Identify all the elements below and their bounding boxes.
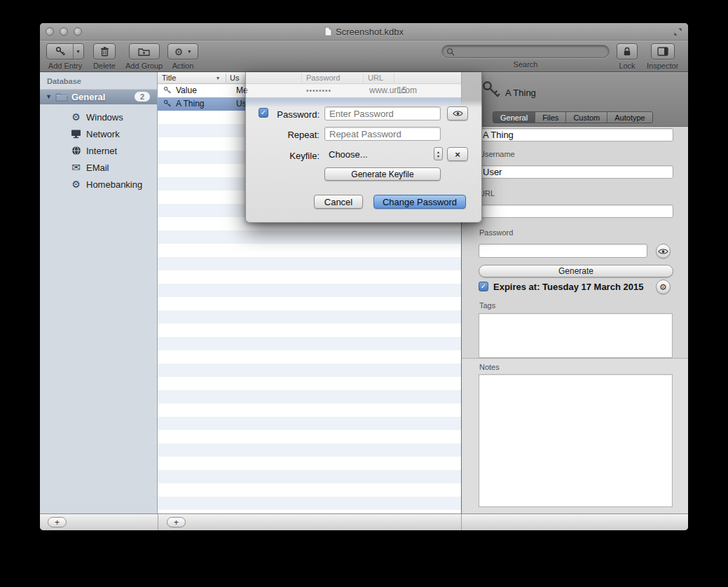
- tab-autotype[interactable]: Autotype: [607, 112, 652, 123]
- app-window: Screenshot.kdbx ▾: [40, 23, 688, 530]
- add-entry-footer-button[interactable]: +: [167, 517, 186, 527]
- username-field[interactable]: [479, 165, 673, 179]
- sidebar-item-label: Network: [86, 129, 120, 139]
- stepper-down-icon: ▾: [437, 154, 439, 158]
- tab-files[interactable]: Files: [535, 112, 566, 123]
- sidebar-item-label: Internet: [86, 146, 117, 156]
- entry-count-badge: 2: [135, 92, 150, 102]
- inspector-panel: A Thing General Files Custom Autotype Us…: [461, 72, 688, 513]
- gear-icon: ⚙: [69, 179, 83, 190]
- gear-icon: ⚙: [69, 111, 83, 123]
- sidebar-item-internet[interactable]: Internet: [40, 142, 157, 159]
- delete-label: Delete: [93, 62, 116, 70]
- sheet-password-label: Password:: [249, 109, 320, 120]
- key-icon: [481, 80, 501, 102]
- add-entry-button[interactable]: ▾ Add Entry: [46, 43, 84, 70]
- globe-icon: [69, 146, 83, 156]
- window-title: Screenshot.kdbx: [336, 27, 404, 37]
- disclosure-triangle-icon[interactable]: ▼: [46, 93, 52, 100]
- title-field[interactable]: [479, 128, 673, 141]
- clear-keyfile-button[interactable]: ×: [447, 147, 468, 161]
- key-icon: [163, 86, 172, 97]
- expires-label: Expires at: Tuesday 17 March 2015: [493, 282, 643, 292]
- trash-icon: [100, 46, 109, 57]
- lock-button[interactable]: Lock: [617, 43, 638, 70]
- add-group-button[interactable]: Add Group: [125, 43, 163, 70]
- column-header-title[interactable]: Title: [162, 72, 176, 84]
- chevron-down-icon: ▾: [74, 48, 82, 55]
- sheet-repeat-label: Repeat:: [249, 130, 320, 140]
- gear-icon: ⚙: [659, 282, 667, 292]
- password-field[interactable]: [479, 244, 647, 258]
- generate-keyfile-label: Generate Keyfile: [351, 170, 413, 179]
- sidebar-item-email[interactable]: ✉ EMail: [40, 159, 157, 176]
- change-password-label: Change Password: [383, 197, 457, 207]
- expires-settings-button[interactable]: ⚙: [656, 279, 671, 294]
- plus-icon: +: [174, 518, 179, 527]
- inspector-panel-icon: [657, 47, 668, 56]
- cell-title: A Thing: [176, 97, 204, 111]
- column-divider[interactable]: [226, 74, 226, 83]
- titlebar: Screenshot.kdbx: [40, 23, 688, 41]
- change-password-button[interactable]: Change Password: [373, 195, 466, 209]
- sheet-keyfile-label: Keyfile:: [249, 151, 320, 161]
- url-field[interactable]: [479, 205, 673, 218]
- sidebar-item-homebanking[interactable]: ⚙ Homebanking: [40, 176, 157, 193]
- change-password-sheet: ✓ Password: Repeat: Keyfile: Choose... ▴…: [245, 72, 482, 223]
- generate-password-button[interactable]: Generate: [479, 265, 673, 277]
- eye-icon: [658, 248, 668, 255]
- sort-indicator-icon: ▾: [217, 72, 219, 84]
- tags-label: Tags: [479, 301, 495, 310]
- envelope-icon: ✉: [69, 161, 83, 174]
- cancel-button[interactable]: Cancel: [314, 195, 363, 209]
- close-x-icon: ×: [455, 150, 460, 159]
- delete-button[interactable]: Delete: [93, 43, 116, 70]
- inspector-header: A Thing General Files Custom Autotype: [462, 72, 688, 127]
- action-button[interactable]: ⚙ ▾ Action: [167, 43, 198, 70]
- show-password-button[interactable]: [656, 244, 671, 258]
- search-area: Search: [441, 45, 610, 69]
- desktop: Screenshot.kdbx ▾: [0, 0, 728, 587]
- inspector-entry-title: A Thing: [505, 88, 536, 98]
- sidebar-item-label: EMail: [86, 163, 109, 173]
- lock-icon: [622, 46, 632, 57]
- notes-label: Notes: [479, 363, 500, 371]
- expires-checkbox[interactable]: ✓: [479, 282, 488, 291]
- footer-divider: [158, 514, 158, 530]
- search-input[interactable]: [441, 45, 610, 58]
- password-label: Password: [479, 228, 513, 237]
- username-label: Username: [479, 150, 515, 158]
- keyfile-stepper[interactable]: ▴ ▾: [434, 147, 443, 160]
- key-icon: [163, 99, 172, 110]
- sheet-repeat-input[interactable]: [324, 127, 441, 141]
- add-group-footer-button[interactable]: +: [48, 517, 67, 527]
- eye-icon: [453, 110, 463, 117]
- notes-input[interactable]: [479, 374, 673, 507]
- fullscreen-icon[interactable]: [673, 27, 682, 36]
- action-label: Action: [172, 62, 194, 70]
- tab-general[interactable]: General: [493, 112, 535, 123]
- sidebar-item-windows[interactable]: ⚙ Windows: [40, 109, 157, 125]
- add-entry-label: Add Entry: [48, 62, 82, 70]
- sidebar-section-header: Database: [47, 77, 81, 85]
- inspector-label: Inspector: [647, 62, 678, 70]
- tags-input[interactable]: [479, 313, 673, 358]
- column-header-username[interactable]: Us: [230, 72, 239, 84]
- sheet-show-password-button[interactable]: [447, 106, 468, 120]
- cancel-label: Cancel: [324, 197, 352, 207]
- sidebar-group-general[interactable]: ▼ General 2: [40, 89, 157, 104]
- generate-label: Generate: [558, 266, 593, 276]
- plus-icon: +: [55, 518, 60, 527]
- tab-custom[interactable]: Custom: [566, 112, 607, 123]
- add-group-label: Add Group: [125, 62, 163, 70]
- cell-title: Value: [176, 84, 197, 97]
- sidebar-item-network[interactable]: Network: [40, 125, 157, 142]
- inspector-toggle-button[interactable]: Inspector: [647, 43, 678, 70]
- keyfile-popup-button[interactable]: Choose...: [329, 149, 368, 160]
- monitor-icon: [69, 129, 83, 139]
- sheet-password-input[interactable]: [324, 106, 441, 120]
- generate-keyfile-button[interactable]: Generate Keyfile: [324, 167, 441, 181]
- search-icon: [446, 48, 455, 56]
- folder-icon: [55, 92, 68, 102]
- sidebar-group-label: General: [71, 92, 105, 102]
